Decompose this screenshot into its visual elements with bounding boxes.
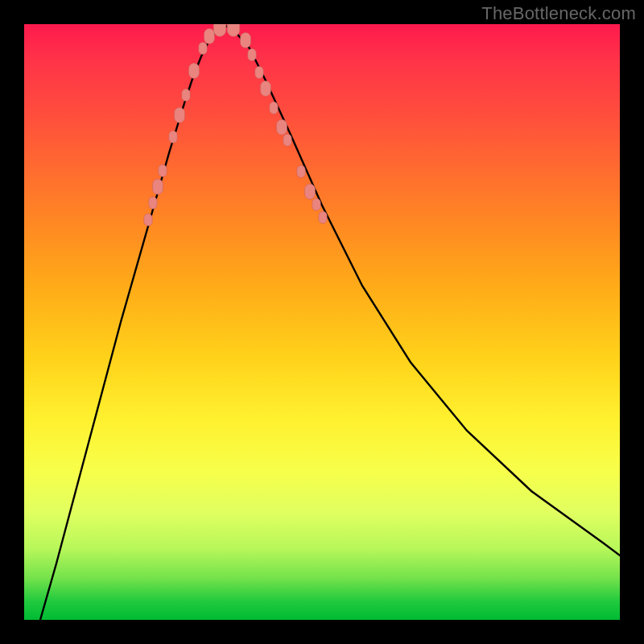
marker	[149, 196, 157, 208]
curve-svg	[24, 24, 620, 620]
bottleneck-curve	[40, 26, 620, 620]
marker	[199, 42, 207, 54]
watermark-text: TheBottleneck.com	[481, 3, 636, 24]
marker	[297, 165, 305, 177]
highlight-markers	[144, 24, 327, 226]
marker	[182, 89, 190, 101]
marker	[270, 101, 278, 114]
marker	[213, 24, 226, 36]
marker	[261, 81, 271, 97]
marker	[248, 48, 256, 60]
marker	[277, 120, 287, 135]
chart-frame: TheBottleneck.com	[0, 0, 644, 644]
marker	[144, 213, 152, 225]
marker	[175, 108, 185, 123]
marker	[189, 64, 200, 79]
plot-area	[24, 24, 620, 620]
marker	[241, 33, 251, 48]
marker	[319, 211, 327, 223]
marker	[255, 66, 263, 78]
marker	[169, 130, 177, 142]
marker	[283, 134, 291, 146]
marker	[305, 184, 316, 200]
marker	[204, 29, 215, 44]
marker	[227, 24, 240, 36]
marker	[159, 164, 167, 176]
marker	[312, 198, 320, 210]
marker	[153, 180, 163, 195]
